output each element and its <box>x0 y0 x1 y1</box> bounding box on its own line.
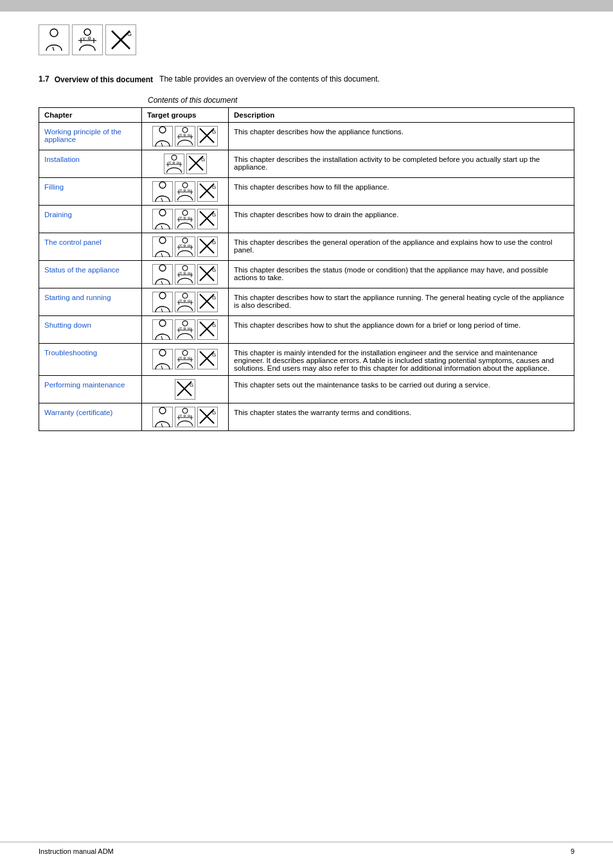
svg-text:⚙: ⚙ <box>183 271 186 275</box>
svg-text:Y: Y <box>179 355 182 360</box>
description-cell: This chapter is mainly intended for the … <box>229 343 574 375</box>
svg-text:G: G <box>127 31 132 37</box>
chapter-cell[interactable]: Working principle of the appliance <box>39 122 142 150</box>
svg-point-13 <box>182 127 188 132</box>
svg-point-71 <box>182 265 188 270</box>
top-bar <box>0 0 613 12</box>
table-row: Filling Y ⚙ ⊟ G This chapter describes h… <box>39 177 574 205</box>
svg-point-57 <box>159 237 166 244</box>
svg-line-106 <box>161 366 163 369</box>
svg-text:⊟: ⊟ <box>188 271 190 275</box>
svg-point-122 <box>182 408 188 413</box>
svg-point-0 <box>50 29 58 37</box>
description-cell: This chapter describes how to fill the a… <box>229 177 574 205</box>
svg-text:⊟: ⊟ <box>177 161 179 164</box>
target-cell: Y ⚙ ⊟ G <box>142 260 229 288</box>
target-cell: Y ⚙ ⊟ G <box>142 177 229 205</box>
description-cell: This chapter states the warranty terms a… <box>229 403 574 430</box>
svg-text:Y: Y <box>179 215 182 220</box>
svg-point-105 <box>159 350 166 356</box>
table-row: Shutting down Y ⚙ ⊟ G This chapter descr… <box>39 315 574 343</box>
chapter-cell[interactable]: Draining <box>39 205 142 233</box>
chapter-cell[interactable]: The control panel <box>39 233 142 260</box>
section-intro: The table provides an overview of the co… <box>153 75 574 85</box>
svg-text:⊟: ⊟ <box>188 356 190 360</box>
svg-text:G: G <box>201 157 205 163</box>
table-row: Starting and running Y ⚙ ⊟ G This chapte… <box>39 288 574 315</box>
svg-line-70 <box>161 281 163 285</box>
target-cell: Y ⚙ ⊟ G <box>142 233 229 260</box>
svg-point-59 <box>182 238 188 243</box>
svg-point-83 <box>182 293 188 298</box>
svg-point-95 <box>182 321 188 326</box>
svg-text:⊟: ⊟ <box>188 216 190 220</box>
svg-line-34 <box>161 198 163 202</box>
svg-point-69 <box>159 265 166 271</box>
svg-line-94 <box>161 336 163 340</box>
svg-text:⊟: ⊟ <box>188 133 190 137</box>
section-header: 1.7 Overview of this document The table … <box>39 75 574 85</box>
target-cell: Y ⚙ ⊟ G <box>142 403 229 430</box>
svg-point-11 <box>159 127 166 133</box>
table-row: The control panel Y ⚙ ⊟ G This chapter d… <box>39 233 574 260</box>
svg-text:⚙: ⚙ <box>172 161 175 164</box>
footer-right: 9 <box>571 847 574 855</box>
svg-line-46 <box>161 226 163 229</box>
chapter-cell[interactable]: Filling <box>39 177 142 205</box>
chapter-cell[interactable]: Warranty (certificate) <box>39 403 142 430</box>
table-row: Draining Y ⚙ ⊟ G This chapter describes … <box>39 205 574 233</box>
svg-text:⚙: ⚙ <box>183 326 186 330</box>
table-row: Working principle of the appliance Y ⚙ ⊟… <box>39 122 574 150</box>
description-cell: This chapter describes how to shut the a… <box>229 315 574 343</box>
description-cell: This chapter describes the general opera… <box>229 233 574 260</box>
svg-text:⚙: ⚙ <box>87 36 91 40</box>
svg-text:Y: Y <box>179 132 182 137</box>
table-row: Troubleshooting Y ⚙ ⊟ G This chapter is … <box>39 343 574 375</box>
page-content: Y ⚙ G 1.7 Overview of this document The … <box>0 12 613 470</box>
chapter-cell[interactable]: Troubleshooting <box>39 343 142 375</box>
description-cell: This chapter describes the installation … <box>229 150 574 177</box>
section-number: 1.7 <box>39 75 49 85</box>
svg-text:G: G <box>212 323 216 328</box>
table-row: Installation Y ⚙ ⊟ G This chapter descri… <box>39 150 574 177</box>
svg-text:Y: Y <box>179 243 182 247</box>
person-icon <box>39 24 69 55</box>
svg-line-1 <box>53 47 54 51</box>
svg-text:Y: Y <box>168 160 171 164</box>
svg-point-93 <box>159 320 166 326</box>
chapter-cell[interactable]: Shutting down <box>39 315 142 343</box>
target-cell: Y ⚙ ⊟ G <box>142 150 229 177</box>
svg-text:G: G <box>190 382 193 388</box>
col-description: Description <box>229 107 574 122</box>
target-cell: Y ⚙ ⊟ G <box>142 288 229 315</box>
svg-text:⚙: ⚙ <box>183 216 186 220</box>
chapter-cell[interactable]: Status of the appliance <box>39 260 142 288</box>
svg-text:G: G <box>212 352 216 358</box>
svg-line-12 <box>161 143 163 146</box>
svg-text:Y: Y <box>179 188 182 192</box>
svg-text:⚙: ⚙ <box>183 188 186 192</box>
chapter-cell[interactable]: Performing maintenance <box>39 375 142 403</box>
svg-text:⚙: ⚙ <box>183 133 186 137</box>
svg-text:⊟: ⊟ <box>188 244 190 247</box>
svg-text:Y: Y <box>179 326 182 330</box>
svg-text:⊟: ⊟ <box>188 188 190 192</box>
svg-text:Y: Y <box>179 270 182 275</box>
table-caption: Contents of this document <box>39 96 574 105</box>
svg-point-81 <box>159 292 166 299</box>
svg-point-45 <box>159 209 166 216</box>
svg-line-121 <box>161 423 163 427</box>
description-cell: This chapter describes the status (mode … <box>229 260 574 288</box>
svg-text:G: G <box>212 267 216 273</box>
target-cell: G <box>142 375 229 403</box>
svg-text:G: G <box>212 240 216 245</box>
description-cell: This chapter describes how the appliance… <box>229 122 574 150</box>
svg-text:G: G <box>212 212 216 218</box>
overview-table: Chapter Target groups Description Workin… <box>39 107 574 431</box>
footer-left: Instruction manual ADM <box>39 847 114 855</box>
chapter-cell[interactable]: Starting and running <box>39 288 142 315</box>
target-cell: Y ⚙ ⊟ G <box>142 315 229 343</box>
chapter-cell[interactable]: Installation <box>39 150 142 177</box>
svg-text:Y: Y <box>179 413 182 418</box>
svg-text:⚙: ⚙ <box>183 299 186 303</box>
